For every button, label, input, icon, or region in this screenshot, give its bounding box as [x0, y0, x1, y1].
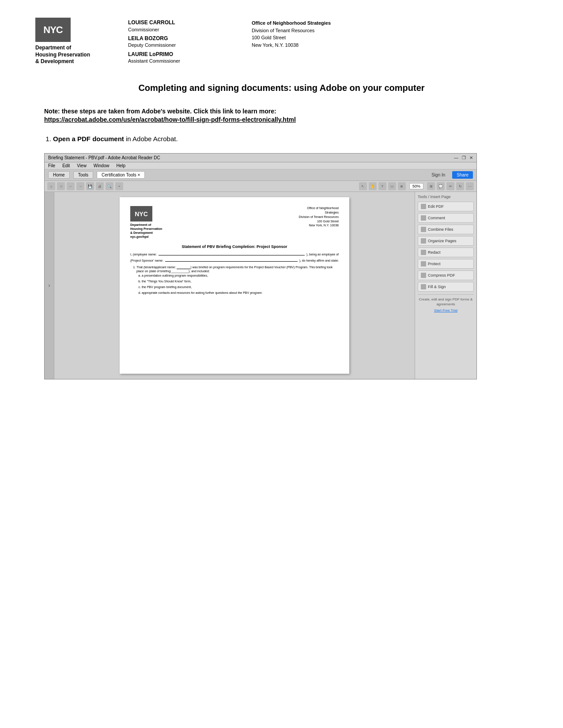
panel-btn-redact[interactable]: Redact [418, 248, 474, 257]
pdf-item-1: That (tenant/applicant name: ) was brief… [136, 265, 339, 295]
toolbar-icon-back[interactable]: ← [67, 182, 75, 190]
office-line2: Division of Tenant Resources [252, 27, 331, 34]
toolbar-icon-text[interactable]: T [378, 182, 386, 190]
tab-certification[interactable]: Certification Tools × [97, 171, 145, 179]
pdf-page: NYC Department ofHousing Preservation& D… [120, 197, 349, 374]
toolbar-icon-hand[interactable]: ✋ [369, 182, 377, 190]
page: NYC Department of Housing Preservation &… [0, 0, 563, 728]
office-section: Office of Neighborhood Strategies Divisi… [252, 19, 331, 49]
commissioner-3-name: LAURIE LoPRIMO [128, 51, 234, 58]
panel-btn-organize[interactable]: Organize Pages [418, 236, 474, 246]
pdf-sponsor-underline [165, 261, 298, 262]
share-button[interactable]: Share [452, 171, 473, 179]
pdf-nyc-logo: NYC [130, 206, 152, 221]
pdf-intro-line-1: I, (employee name: ), being an employee … [130, 252, 339, 257]
toolbar-icon-search[interactable]: 🔍 [106, 182, 113, 190]
pdf-sub-item-d: appropriate contacts and resources for a… [142, 291, 339, 295]
sign-in-link[interactable]: Sign In [431, 173, 445, 177]
adobe-window-title: Briefing Statement - PBV.pdf - Adobe Acr… [48, 155, 160, 160]
toolbar-icon-save[interactable]: 💾 [86, 182, 94, 190]
step-list: Open a PDF document in Adobe Acrobat. [53, 134, 519, 144]
panel-btn-compress-label: Compress PDF [428, 273, 455, 278]
adobe-right-panel: Tools / Insert Page Edit PDF Comment Com… [415, 192, 476, 379]
menu-view[interactable]: View [77, 163, 87, 168]
commissioner-2: LEILA BOZORG Deputy Commissioner [128, 35, 234, 49]
pdf-sub-item-c: the PBV program briefing document, [142, 285, 339, 289]
toolbar-icon-star[interactable]: ☆ [57, 182, 65, 190]
pdf-sponsor-label: (Project Sponsor' name: [130, 259, 163, 263]
panel-btn-compress[interactable]: Compress PDF [418, 270, 474, 280]
commissioner-2-name: LEILA BOZORG [128, 35, 234, 42]
toolbar-icon-cursor[interactable]: ↖ [359, 182, 367, 190]
panel-btn-protect-label: Protect [428, 262, 441, 266]
pdf-header: NYC Department ofHousing Preservation& D… [130, 206, 339, 239]
adobe-icon-bar: ⌂ ☆ ← → 💾 🖨 🔍 + ↖ ✋ T ▭ ⊕ 50% ⊞ 💬 ✏ ↻ ⋯ [45, 181, 476, 192]
panel-btn-fill-sign[interactable]: Fill & Sign [418, 282, 474, 292]
panel-btn-fill-sign-label: Fill & Sign [428, 285, 446, 289]
panel-btn-edit-pdf[interactable]: Edit PDF [418, 202, 474, 211]
panel-btn-protect[interactable]: Protect [418, 259, 474, 269]
tab-home[interactable]: Home [48, 171, 70, 179]
toolbar-icon-more[interactable]: ⋯ [466, 182, 474, 190]
pdf-sub-item-b: the "Things You Should Know" form, [142, 279, 339, 284]
toolbar-icon-home[interactable]: ⌂ [47, 182, 55, 190]
redact-icon [421, 250, 426, 255]
pdf-intro-suffix-1: ), being an employee of [306, 252, 339, 257]
toolbar-icon-edit[interactable]: ✏ [446, 182, 454, 190]
zoom-level[interactable]: 50% [409, 183, 423, 189]
pdf-employee-underline [159, 255, 305, 255]
menu-window[interactable]: Window [94, 163, 110, 168]
minimize-icon[interactable]: — [454, 155, 458, 160]
note-link[interactable]: https://acrobat.adobe.com/us/en/acrobat/… [44, 116, 519, 123]
dept-line2: Housing Preservation [35, 52, 90, 58]
menu-edit[interactable]: Edit [62, 163, 70, 168]
pdf-logo-block: NYC Department ofHousing Preservation& D… [130, 206, 162, 239]
panel-btn-comment-label: Comment [428, 216, 445, 220]
menu-help[interactable]: Help [116, 163, 125, 168]
combine-icon [421, 227, 426, 232]
toolbar-icon-comment[interactable]: 💬 [437, 182, 445, 190]
main-content: Completing and signing documents: using … [35, 83, 528, 379]
maximize-icon[interactable]: ❐ [462, 155, 466, 160]
page-title: Completing and signing documents: using … [44, 83, 519, 93]
panel-btn-comment[interactable]: Comment [418, 213, 474, 223]
adobe-toolbar: Home Tools Certification Tools × Sign In… [45, 169, 476, 181]
toolbar-icon-forward[interactable]: → [76, 182, 84, 190]
pdf-sponsor-suffix: ), do hereby affirm and state: [299, 259, 339, 263]
panel-section-title: Tools / Insert Page [418, 195, 474, 199]
nyc-logo-text: NYC [43, 24, 62, 36]
panel-btn-redact-label: Redact [428, 250, 441, 255]
toolbar-icon-print[interactable]: 🖨 [96, 182, 104, 190]
organize-icon [421, 238, 426, 244]
panel-footer-link[interactable]: Start Free Trial [418, 308, 474, 312]
toolbar-icon-zoom[interactable]: ⊕ [398, 182, 406, 190]
office-line4: New York, N.Y. 10038 [252, 41, 331, 49]
close-icon[interactable]: ✕ [469, 155, 473, 160]
dept-line1: Department of [35, 45, 71, 51]
panel-btn-combine[interactable]: Combine Files [418, 225, 474, 234]
toolbar-icon-fit[interactable]: ⊞ [427, 182, 435, 190]
office-line3: 100 Gold Street [252, 34, 331, 41]
pdf-office-text: Office of NeighborhoodStrategiesDivision… [299, 206, 339, 228]
adobe-left-nav[interactable]: › [45, 192, 54, 379]
commissioner-1-title: Commissioner [128, 26, 234, 33]
adobe-content-area: NYC Department ofHousing Preservation& D… [54, 192, 415, 379]
toolbar-icon-zoom-in[interactable]: + [115, 182, 123, 190]
panel-footer-text: Create, edit and sign PDF forms & agreem… [418, 297, 474, 307]
toolbar-icon-select[interactable]: ▭ [388, 182, 396, 190]
pdf-sub-item-a: a presentation outlining program respons… [142, 274, 339, 278]
pdf-intro-line-2: (Project Sponsor' name: ), do hereby aff… [130, 259, 339, 263]
pdf-sub-list: a presentation outlining program respons… [142, 274, 339, 295]
adobe-main-area: › NYC Department ofHousing Preservation&… [45, 192, 476, 379]
comment-icon [421, 215, 426, 221]
panel-divider [418, 294, 474, 295]
tab-tools[interactable]: Tools [73, 171, 93, 179]
header: NYC Department of Housing Preservation &… [35, 18, 528, 65]
fill-sign-icon [421, 284, 426, 289]
panel-btn-combine-label: Combine Files [428, 227, 453, 232]
menu-file[interactable]: File [48, 163, 55, 168]
note-section: Note: these steps are taken from Adobe's… [44, 106, 519, 123]
toolbar-icon-rotate[interactable]: ↻ [456, 182, 464, 190]
dept-name: Department of Housing Preservation & Dev… [35, 45, 90, 65]
step-1: Open a PDF document in Adobe Acrobat. [53, 134, 519, 144]
